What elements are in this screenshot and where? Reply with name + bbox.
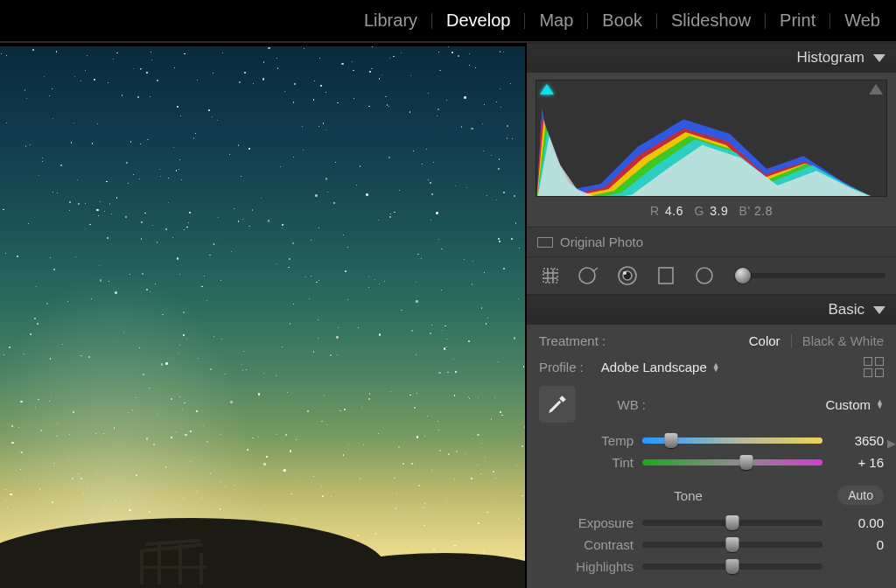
tab-slideshow[interactable]: Slideshow — [666, 10, 756, 31]
collapse-icon — [873, 306, 886, 314]
white-balance-row: WB : Custom ▲▼ — [539, 386, 884, 423]
brush-size-slider[interactable] — [735, 273, 886, 278]
photo-subject-structure — [140, 539, 214, 584]
temp-slider[interactable] — [642, 438, 822, 444]
redeye-tool[interactable] — [614, 262, 640, 289]
exposure-slider[interactable] — [642, 520, 822, 526]
checkbox-icon — [537, 237, 553, 248]
treatment-bw[interactable]: Black & White — [802, 333, 884, 348]
exposure-slider-row: Exposure 0.00 — [539, 515, 884, 530]
updown-icon: ▲▼ — [876, 400, 884, 409]
local-adjustment-toolstrip — [527, 257, 896, 295]
tone-auto-button[interactable]: Auto — [837, 486, 884, 505]
tone-section-header: Tone Auto — [539, 486, 884, 505]
svg-point-8 — [623, 271, 626, 275]
tab-print[interactable]: Print — [774, 10, 821, 31]
treatment-color[interactable]: Color — [749, 333, 780, 348]
histogram-title: Histogram — [797, 49, 864, 66]
tint-slider-row: Tint + 16 — [539, 455, 884, 470]
wb-eyedropper-tool[interactable] — [539, 386, 576, 423]
collapse-icon — [873, 54, 886, 62]
panel-expand-grip[interactable]: ▶ — [887, 428, 896, 458]
updown-icon: ▲▼ — [712, 363, 720, 372]
crop-tool[interactable] — [537, 262, 564, 289]
treatment-row: Treatment : Color Black & White — [539, 333, 884, 348]
photo-preview-area — [0, 43, 527, 588]
tab-library[interactable]: Library — [359, 10, 423, 31]
histogram-display[interactable] — [536, 80, 887, 197]
wb-preset-select[interactable]: Custom ▲▼ — [825, 397, 884, 412]
contrast-value[interactable]: 0 — [831, 537, 884, 552]
exposure-value[interactable]: 0.00 — [831, 515, 884, 530]
radial-filter-tool[interactable] — [691, 262, 718, 289]
tab-book[interactable]: Book — [597, 10, 648, 31]
tint-value[interactable]: + 16 — [831, 455, 884, 470]
tab-map[interactable]: Map — [534, 10, 578, 31]
module-tabs: Library Develop Map Book Slideshow Print… — [0, 0, 896, 43]
photo-preview[interactable] — [0, 46, 525, 588]
contrast-slider-row: Contrast 0 — [539, 537, 884, 552]
highlights-slider[interactable] — [642, 564, 822, 570]
histogram-header[interactable]: Histogram — [527, 43, 896, 73]
profile-browser-icon[interactable] — [864, 357, 884, 377]
contrast-slider[interactable] — [642, 542, 822, 548]
histogram-readout: R 4.6 G 3.9 B' 2.8 — [536, 197, 887, 221]
temp-slider-row: Temp 3650 — [539, 433, 884, 448]
tab-web[interactable]: Web — [839, 10, 886, 31]
svg-point-5 — [579, 268, 595, 284]
temp-value[interactable]: 3650 — [831, 433, 884, 448]
tint-slider[interactable] — [642, 459, 822, 466]
graduated-filter-tool[interactable] — [653, 262, 679, 289]
highlights-slider-row: Highlights — [539, 559, 884, 574]
profile-select[interactable]: Adobe Landscape ▲▼ — [601, 360, 720, 374]
original-photo-toggle[interactable]: Original Photo — [527, 227, 896, 257]
spot-removal-tool[interactable] — [576, 262, 602, 289]
svg-point-10 — [696, 268, 712, 284]
develop-right-panel: Histogram R 4.6 G 3.9 B' 2.8 — [527, 43, 896, 588]
basic-header[interactable]: Basic — [527, 295, 896, 325]
svg-rect-0 — [543, 269, 557, 283]
svg-rect-9 — [659, 268, 673, 284]
tab-develop[interactable]: Develop — [441, 10, 515, 31]
profile-row: Profile : Adobe Landscape ▲▼ — [539, 357, 884, 377]
basic-title: Basic — [828, 301, 864, 318]
